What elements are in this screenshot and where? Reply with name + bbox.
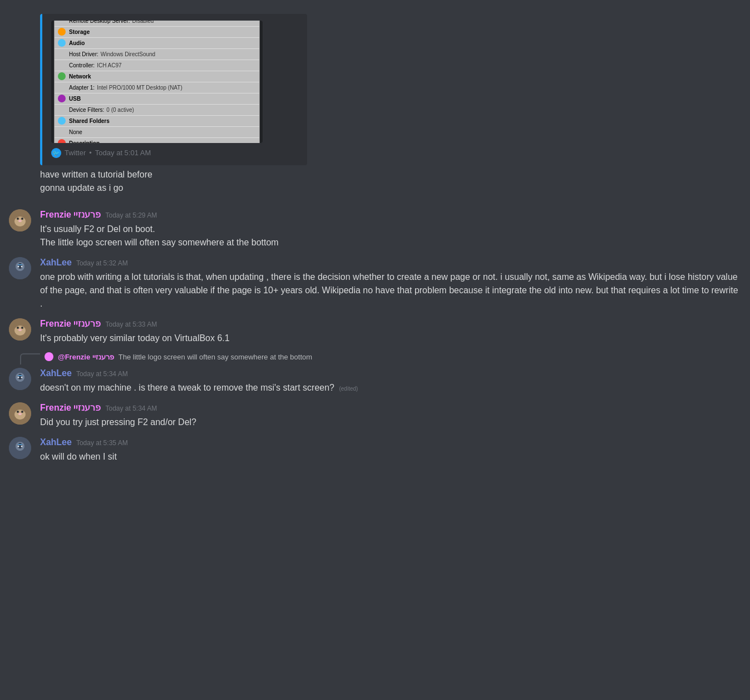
xahlee-2-username: XahLee [40, 367, 72, 380]
svg-point-37 [18, 446, 19, 447]
shared-icon [58, 117, 66, 125]
svg-point-30 [18, 413, 22, 415]
vbox-row-desc: Description [55, 138, 259, 143]
reply-text: The little logo screen will often say so… [119, 352, 312, 363]
vbox-screenshot-image: Display Video Memory: 25 MB Acceleration… [51, 21, 263, 143]
vbox-row-usb: USB [55, 93, 259, 105]
svg-point-17 [18, 329, 22, 331]
svg-point-16 [21, 327, 23, 329]
reply-line-art [20, 353, 40, 364]
frenzie-1-line2: The little logo screen will often say so… [40, 236, 741, 249]
message-xahlee-1: XahLee Today at 5:32 AM one prob with wr… [0, 254, 750, 313]
host-driver-val: Windows DirectSound [101, 50, 155, 58]
frenzie-1-timestamp: Today at 5:29 AM [105, 210, 157, 220]
svg-point-29 [21, 411, 23, 413]
svg-point-28 [17, 411, 19, 413]
audio-label: Audio [69, 39, 85, 47]
svg-point-15 [17, 327, 19, 329]
frenzie-2-line1: It's probably very similar today on Virt… [40, 332, 741, 345]
twitter-embed: Display Video Memory: 25 MB Acceleration… [40, 14, 307, 165]
storage-label: Storage [69, 28, 90, 36]
xahlee-2-line1-text: doesn't on my machine . is there a tweak… [40, 383, 334, 392]
reply-connector: @Frenzie פרענזיי The little logo screen … [20, 352, 741, 365]
audio-icon [58, 39, 66, 47]
frenzie-2-header: Frenzie פרענזיי Today at 5:33 AM [40, 317, 741, 331]
frenzie-avatar-img-3 [9, 402, 31, 425]
xahlee-avatar-img-3 [9, 437, 31, 459]
attachment-source: Twitter [65, 147, 86, 159]
vbox-row-network: Network [55, 71, 259, 82]
xahlee-3-username: XahLee [40, 436, 72, 449]
xahlee-3-content: XahLee Today at 5:35 AM ok will do when … [40, 436, 741, 464]
xahlee-1-username: XahLee [40, 256, 72, 269]
svg-point-12 [21, 265, 23, 267]
message-xahlee-2: @Frenzie פרענזיי The little logo screen … [0, 349, 750, 397]
vbox-row-rdp: Remote Desktop Server: Disabled [55, 21, 259, 27]
continuation-line1: have written a tutorial before [40, 168, 741, 181]
xahlee-2-content: XahLee Today at 5:34 AM doesn't on my ma… [40, 367, 741, 395]
host-driver-key: Host Driver: [69, 50, 98, 58]
svg-point-38 [21, 446, 23, 447]
desc-label: Description [69, 139, 100, 143]
frenzie-1-text: It's usually F2 or Del on boot. The litt… [40, 223, 741, 249]
continuation-text-block: have written a tutorial before gonna upd… [0, 166, 750, 197]
xahlee-2-timestamp: Today at 5:34 AM [76, 369, 128, 379]
usb-icon [58, 95, 66, 102]
vbox-row-adapter: Adapter 1: Intel PRO/1000 MT Desktop (NA… [55, 82, 259, 93]
message-xahlee-3: XahLee Today at 5:35 AM ok will do when … [0, 433, 750, 466]
frenzie-3-header: Frenzie פרענזיי Today at 5:34 AM [40, 401, 741, 415]
xahlee-1-timestamp: Today at 5:32 AM [76, 258, 128, 268]
frenzie-1-header: Frenzie פרענזיי Today at 5:29 AM [40, 208, 741, 221]
message-frenzie-1: Frenzie פרענזיי Today at 5:29 AM It's us… [0, 206, 750, 252]
xahlee-3-header: XahLee Today at 5:35 AM [40, 436, 741, 449]
vbox-row-controller: Controller: ICH AC97 [55, 60, 259, 71]
svg-point-2 [17, 218, 19, 220]
xahlee-avatar-img-1 [9, 257, 31, 279]
attachment-footer: 🐦 Twitter • Today at 5:01 AM [51, 147, 298, 159]
frenzie-avatar-1 [9, 209, 31, 231]
svg-point-24 [18, 377, 19, 378]
reply-username: @Frenzie פרענזיי [58, 352, 114, 363]
frenzie-avatar-img-1 [9, 209, 31, 231]
storage-icon [58, 28, 66, 36]
xahlee-avatar-3 [9, 437, 31, 459]
frenzie-3-username: Frenzie פרענזיי [40, 401, 101, 415]
xahlee-1-text: one prob with writing a lot tutorials is… [40, 270, 741, 310]
controller-val: ICH AC97 [97, 61, 121, 70]
continuation-line2: gonna update as i go [40, 181, 741, 195]
message-frenzie-2: Frenzie פרענזיי Today at 5:33 AM It's pr… [0, 315, 750, 347]
adapter-val: Intel PRO/1000 MT Desktop (NAT) [97, 83, 182, 92]
network-icon [58, 72, 66, 80]
frenzie-2-content: Frenzie פרענזיי Today at 5:33 AM It's pr… [40, 317, 741, 345]
svg-point-25 [21, 377, 23, 378]
frenzie-2-text: It's probably very similar today on Virt… [40, 332, 741, 345]
frenzie-1-content: Frenzie פרענזיי Today at 5:29 AM It's us… [40, 208, 741, 249]
xahlee-1-content: XahLee Today at 5:32 AM one prob with wr… [40, 256, 741, 310]
none-label: None [69, 128, 82, 136]
twitter-attachment-message: Display Video Memory: 25 MB Acceleration… [0, 9, 750, 166]
frenzie-3-content: Frenzie פרענזיי Today at 5:34 AM Did you… [40, 401, 741, 429]
svg-point-3 [21, 218, 23, 220]
xahlee-3-timestamp: Today at 5:35 AM [76, 438, 128, 448]
vbox-row-shared: Shared Folders [55, 116, 259, 127]
svg-rect-10 [18, 264, 22, 265]
usb-label: USB [69, 95, 81, 103]
reply-block: @Frenzie פרענזיי The little logo screen … [45, 352, 312, 363]
separator-1 [0, 197, 750, 206]
frenzie-avatar-img-2 [9, 318, 31, 341]
svg-point-11 [18, 265, 19, 267]
vbox-row-storage: Storage [55, 27, 259, 38]
frenzie-2-username: Frenzie פרענזיי [40, 317, 101, 331]
vbox-screenshot: Display Video Memory: 25 MB Acceleration… [54, 21, 260, 143]
frenzie-3-line1: Did you try just pressing F2 and/or Del? [40, 416, 741, 429]
controller-key: Controller: [69, 61, 95, 70]
device-filters-key: Device Filters: [69, 106, 104, 114]
xahlee-2-header: XahLee Today at 5:34 AM [40, 367, 741, 380]
xahlee-2-line1: doesn't on my machine . is there a tweak… [40, 381, 741, 395]
twitter-icon: 🐦 [51, 148, 61, 158]
frenzie-avatar-3 [9, 402, 31, 425]
xahlee-avatar-1 [9, 257, 31, 279]
chat-container: Display Video Memory: 25 MB Acceleration… [0, 0, 750, 477]
xahlee-2-text: doesn't on my machine . is there a tweak… [40, 381, 741, 395]
adapter-key: Adapter 1: [69, 83, 95, 92]
